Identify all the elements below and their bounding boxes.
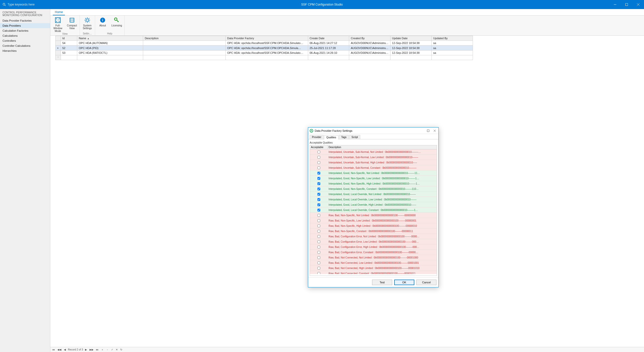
sidebar-item-hierarchies[interactable]: Hierarchies [0, 48, 50, 53]
col-name[interactable]: Name▲ [77, 36, 143, 41]
acceptable-checkbox[interactable] [317, 219, 320, 222]
acceptable-checkbox[interactable] [317, 225, 320, 227]
nav-prevpage-icon[interactable]: ◀◀ [57, 348, 62, 351]
tab-qualities[interactable]: Qualities [324, 135, 338, 139]
new-row[interactable]: * [56, 55, 473, 60]
cell[interactable]: 54 [61, 41, 77, 46]
quality-row[interactable]: Interpolated, Good, Local Override, Cons… [310, 207, 437, 213]
delete-row-icon[interactable]: － [106, 348, 109, 351]
acceptable-checkbox[interactable] [317, 246, 320, 248]
nav-last-icon[interactable]: ⏭ [96, 348, 99, 351]
tab-script[interactable]: Script [349, 135, 360, 139]
acceptable-checkbox[interactable] [317, 251, 320, 254]
quality-row[interactable]: Interpolated, Uncertain, Sub-Normal, Hig… [310, 160, 437, 165]
quality-row[interactable]: Raw, Bad, Configuration Error, Constant … [310, 250, 437, 255]
col-created-by[interactable]: Created By [349, 36, 390, 41]
ribbon-licensing-button[interactable]: Licensing [111, 17, 123, 27]
quality-row[interactable]: Interpolated, Good, Local Override, Low … [310, 197, 437, 202]
col-description[interactable]: Description [143, 36, 226, 41]
col-id[interactable]: Id [61, 36, 77, 41]
minimize-button[interactable] [609, 0, 621, 9]
quality-row[interactable]: Interpolated, Good, Non-Specific, Not Li… [310, 170, 437, 176]
dialog-close-button[interactable] [432, 128, 437, 133]
acceptable-checkbox[interactable] [317, 156, 320, 159]
col-create-date[interactable]: Create Date [308, 36, 349, 41]
nav-first-icon[interactable]: ⏮ [52, 348, 55, 351]
test-button[interactable]: Test [372, 280, 392, 285]
maximize-button[interactable] [621, 0, 632, 9]
acceptable-checkbox[interactable] [317, 235, 320, 238]
rollback-icon[interactable]: ✕ [115, 348, 118, 351]
col-description[interactable]: Description [328, 145, 437, 149]
tab-provider[interactable]: Provider [310, 135, 324, 139]
cell[interactable] [143, 51, 226, 55]
quality-row[interactable]: Raw, Bad, Configuration Error, Low Limit… [310, 239, 437, 244]
ribbon-systemsettings-button[interactable]: System Settings [81, 17, 93, 30]
quality-row[interactable]: Interpolated, Uncertain, Sub-Normal, Con… [310, 165, 437, 170]
nav-prev-icon[interactable]: ◀ [63, 348, 66, 351]
qualities-rows[interactable]: Interpolated, Uncertain, Sub-Normal, Not… [310, 149, 437, 274]
quality-row[interactable]: Interpolated, Good, Non-Specific, Consta… [310, 186, 437, 192]
acceptable-checkbox[interactable] [317, 256, 320, 259]
cell[interactable] [143, 41, 226, 46]
cancel-button[interactable]: Cancel [416, 280, 436, 285]
quality-row[interactable]: Interpolated, Good, Local Override, Not … [310, 192, 437, 197]
col-update-date[interactable]: Update Date [390, 36, 432, 41]
cell[interactable]: 12-Sep-2022 18:54:38 [390, 41, 432, 46]
acceptable-checkbox[interactable] [317, 267, 320, 270]
cell[interactable]: OPC HDA (AUTOMAN) [77, 41, 143, 46]
cell[interactable]: 12-Sep-2022 18:54:38 [390, 51, 432, 55]
table-row[interactable]: 54OPC HDA (AUTOMAN)OPC HDA: opchda://loc… [56, 41, 473, 46]
quality-row[interactable]: Raw, Bad, Configuration Error, High Limi… [310, 244, 437, 250]
search-box[interactable] [0, 3, 50, 6]
cell[interactable]: AUGOVD00NUC\Administra… [349, 51, 390, 55]
quality-row[interactable]: Raw, Bad, Not Connected, High Limited : … [310, 266, 437, 271]
search-input[interactable] [8, 3, 48, 6]
acceptable-checkbox[interactable] [317, 193, 320, 196]
table-row[interactable]: ▸52OPC HDA (PID)OPC HDA: opchda://localh… [56, 46, 473, 51]
cell[interactable]: AUGOVD00NUC\Administra… [349, 41, 390, 46]
cell[interactable]: 06-Aug-2021 14:26:10 [308, 51, 349, 55]
cell[interactable]: OPC HDA: opchda://localhost/SSF.CPM.OPCH… [226, 41, 308, 46]
acceptable-checkbox[interactable] [317, 240, 320, 243]
acceptable-checkbox[interactable] [317, 261, 320, 264]
cell[interactable] [143, 46, 226, 51]
cell[interactable]: OPC HDA (RATIOCTL) [77, 51, 143, 55]
cell[interactable]: OPC HDA: opchda://localhost/SSF.CPM.OPCH… [226, 51, 308, 55]
quality-row[interactable]: Raw, Bad, Non-Specific, Not Limited : 0b… [310, 213, 437, 218]
quality-row[interactable]: Interpolated, Good, Local Override, High… [310, 202, 437, 207]
data-grid[interactable]: IdName▲DescriptionData Provider FactoryC… [55, 36, 473, 60]
acceptable-checkbox[interactable] [317, 230, 320, 233]
ribbon-compact-button[interactable]: Compact View [66, 17, 78, 32]
quality-row[interactable]: Raw, Bad, Not Connected, Low Limited : 0… [310, 260, 437, 266]
close-button[interactable] [632, 0, 644, 9]
nav-nextpage-icon[interactable]: ▶▶ [89, 348, 94, 351]
cell[interactable]: 06-Aug-2021 14:27:12 [308, 41, 349, 46]
cell[interactable]: sa [432, 46, 473, 51]
acceptable-checkbox[interactable] [317, 209, 320, 211]
ribbon-fullwindow-button[interactable]: Full-Window Mode [52, 17, 64, 32]
acceptable-checkbox[interactable] [317, 182, 320, 185]
cell[interactable]: AUGOVD00NUC\Administra… [349, 46, 390, 51]
acceptable-checkbox[interactable] [317, 198, 320, 201]
nav-next-icon[interactable]: ▶ [85, 348, 88, 351]
quality-row[interactable]: Interpolated, Good, Non-Specific, Low Li… [310, 176, 437, 181]
commit-icon[interactable]: ✓ [111, 348, 114, 351]
acceptable-checkbox[interactable] [317, 161, 320, 164]
cell[interactable]: 12-Sep-2022 18:54:38 [390, 46, 432, 51]
acceptable-checkbox[interactable] [317, 166, 320, 169]
col-acceptable[interactable]: Acceptable [310, 145, 328, 149]
cell[interactable]: OPC HDA: opchda://localhost/SSF.CPM.OPCH… [226, 46, 308, 51]
sidebar-item-data-provider-factories[interactable]: Data Provider Factories [0, 18, 50, 23]
acceptable-checkbox[interactable] [317, 151, 320, 153]
cell[interactable]: 25-Jul-2021 11:17:28 [308, 46, 349, 51]
acceptable-checkbox[interactable] [317, 214, 320, 217]
ribbon-tab-home[interactable]: Home [53, 9, 65, 15]
acceptable-checkbox[interactable] [317, 177, 320, 180]
dialog-maximize-button[interactable] [426, 128, 430, 133]
quality-row[interactable]: Raw, Bad, Not Connected, Not Limited : 0… [310, 255, 437, 260]
sidebar-item-calculations[interactable]: Calculations [0, 33, 50, 38]
cell[interactable]: 52 [61, 46, 77, 51]
quality-row[interactable]: Raw, Bad, Non-Specific, Low Limited : 0b… [310, 218, 437, 223]
quality-row[interactable]: Raw, Bad, Configuration Error, Not Limit… [310, 234, 437, 239]
